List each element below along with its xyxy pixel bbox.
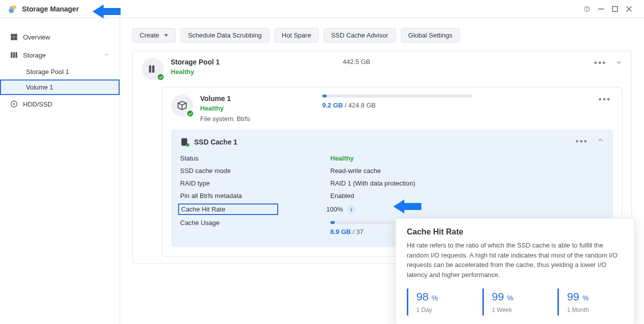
volume-used: 9.2 GB bbox=[322, 102, 343, 109]
chevron-up-icon bbox=[104, 52, 110, 59]
row-label: Status bbox=[180, 154, 330, 162]
app-title: Storage Manager bbox=[22, 5, 79, 13]
sidebar-label: Storage bbox=[23, 52, 46, 59]
stat-period: 1 Day bbox=[416, 306, 464, 314]
stat-value: 99 bbox=[567, 290, 579, 303]
volume-filesystem: File system: Btrfs bbox=[200, 115, 250, 122]
svg-rect-9 bbox=[15, 34, 17, 36]
button-label: SSD Cache Advisor bbox=[331, 32, 388, 39]
minimize-button[interactable] bbox=[594, 2, 608, 16]
storage-icon bbox=[10, 51, 18, 59]
svg-rect-10 bbox=[11, 38, 14, 40]
check-badge-icon bbox=[186, 110, 194, 118]
volume-total: 424.8 GB bbox=[348, 102, 376, 109]
volume-title: Volume 1 bbox=[200, 94, 250, 102]
sidebar-label: Storage Pool 1 bbox=[26, 68, 69, 76]
svg-point-16 bbox=[14, 104, 15, 105]
more-actions-button[interactable]: ••• bbox=[573, 136, 590, 147]
row-value: RAID 1 (With data protection) bbox=[330, 180, 415, 187]
row-label: RAID type bbox=[180, 180, 330, 187]
cache-row-hit-rate: Cache Hit Rate 100% i bbox=[180, 202, 604, 216]
sidebar-item-hdd-ssd[interactable]: HDD/SSD bbox=[0, 95, 120, 113]
stat-period: 1 Week bbox=[492, 306, 540, 314]
sidebar-item-storage-pool[interactable]: Storage Pool 1 bbox=[0, 64, 120, 80]
check-badge-icon bbox=[157, 73, 165, 81]
create-button[interactable]: Create bbox=[132, 28, 176, 42]
svg-rect-18 bbox=[149, 66, 152, 73]
row-value: Healthy bbox=[330, 154, 354, 162]
svg-rect-12 bbox=[11, 52, 13, 58]
cache-used: 8.9 GB bbox=[330, 228, 351, 236]
svg-marker-22 bbox=[393, 200, 421, 214]
tooltip-body: Hit rate refers to the ratio of which th… bbox=[407, 240, 623, 280]
button-label: Create bbox=[140, 32, 159, 39]
tooltip-stat: 99 % 1 Week bbox=[482, 288, 548, 316]
tooltip-title: Cache Hit Rate bbox=[407, 228, 623, 236]
cache-row-raid: RAID type RAID 1 (With data protection) bbox=[180, 177, 604, 190]
schedule-scrubbing-button[interactable]: Schedule Data Scrubbing bbox=[181, 28, 269, 42]
svg-rect-11 bbox=[15, 38, 17, 40]
svg-point-21 bbox=[186, 143, 190, 146]
help-button[interactable] bbox=[580, 2, 594, 16]
toolbar: Create Schedule Data Scrubbing Hot Spare… bbox=[132, 28, 632, 42]
collapse-toggle[interactable] bbox=[615, 59, 622, 68]
sidebar-item-storage[interactable]: Storage bbox=[0, 46, 120, 64]
button-label: Hot Spare bbox=[282, 32, 311, 39]
volume-icon bbox=[171, 94, 193, 116]
volume-usage-text: 9.2 GB / 424.8 GB bbox=[322, 102, 502, 109]
cache-row-status: Status Healthy bbox=[180, 152, 604, 164]
button-label: Schedule Data Scrubbing bbox=[188, 32, 262, 39]
ssd-cache-icon bbox=[180, 137, 190, 147]
app-icon bbox=[8, 4, 18, 14]
ssd-cache-title: SSD Cache 1 bbox=[194, 138, 237, 146]
cache-row-mode: SSD cache mode Read-write cache bbox=[180, 164, 604, 177]
stat-period: 1 Month bbox=[567, 306, 615, 314]
caret-down-icon bbox=[164, 32, 168, 39]
svg-marker-17 bbox=[164, 34, 168, 37]
close-button[interactable] bbox=[622, 2, 636, 16]
sidebar-item-volume[interactable]: Volume 1 bbox=[0, 80, 120, 95]
sidebar-label: HDD/SSD bbox=[23, 100, 53, 108]
row-label: Cache Hit Rate bbox=[178, 204, 278, 215]
svg-rect-5 bbox=[598, 8, 604, 10]
volume-usage-bar bbox=[322, 94, 472, 98]
row-label: Pin all Btrfs metadata bbox=[180, 192, 330, 200]
stat-unit: % bbox=[507, 294, 513, 302]
maximize-button[interactable] bbox=[608, 2, 622, 16]
global-settings-button[interactable]: Global Settings bbox=[401, 28, 460, 42]
row-value: 100% bbox=[326, 206, 343, 213]
stat-value: 98 bbox=[416, 290, 428, 303]
disk-icon bbox=[10, 100, 18, 108]
cache-hit-rate-tooltip: Cache Hit Rate Hit rate refers to the ra… bbox=[395, 218, 634, 324]
storage-pool-icon bbox=[142, 58, 164, 80]
annotation-arrow-icon bbox=[93, 3, 121, 20]
volume-status: Healthy bbox=[200, 104, 250, 112]
svg-rect-6 bbox=[612, 6, 617, 12]
storage-pool-status: Healthy bbox=[171, 68, 220, 76]
annotation-arrow-icon bbox=[393, 198, 421, 215]
stat-unit: % bbox=[432, 294, 438, 302]
tooltip-stat: 98 % 1 Day bbox=[407, 288, 472, 316]
svg-rect-13 bbox=[14, 52, 15, 58]
collapse-toggle[interactable] bbox=[597, 136, 604, 147]
row-value: Enabled bbox=[330, 192, 354, 200]
more-actions-button[interactable]: ••• bbox=[596, 94, 613, 105]
sidebar-label: Overview bbox=[23, 34, 50, 41]
tooltip-stat: 99 % 1 Month bbox=[557, 288, 623, 316]
overview-icon bbox=[10, 33, 18, 41]
button-label: Global Settings bbox=[408, 32, 452, 39]
info-icon[interactable]: i bbox=[347, 205, 356, 214]
svg-rect-19 bbox=[152, 66, 155, 73]
stat-value: 99 bbox=[492, 290, 504, 303]
hot-spare-button[interactable]: Hot Spare bbox=[274, 28, 319, 42]
sidebar: Overview Storage Storage Pool 1 Volume 1… bbox=[0, 18, 120, 324]
storage-pool-title: Storage Pool 1 bbox=[171, 58, 220, 66]
svg-rect-14 bbox=[16, 52, 17, 58]
ssd-cache-advisor-button[interactable]: SSD Cache Advisor bbox=[324, 28, 396, 42]
sidebar-item-overview[interactable]: Overview bbox=[0, 28, 120, 46]
svg-rect-2 bbox=[10, 6, 13, 8]
cache-row-pin: Pin all Btrfs metadata Enabled bbox=[180, 190, 604, 202]
more-actions-button[interactable]: ••• bbox=[592, 58, 608, 68]
row-label: SSD cache mode bbox=[180, 167, 330, 174]
stat-unit: % bbox=[582, 294, 588, 302]
